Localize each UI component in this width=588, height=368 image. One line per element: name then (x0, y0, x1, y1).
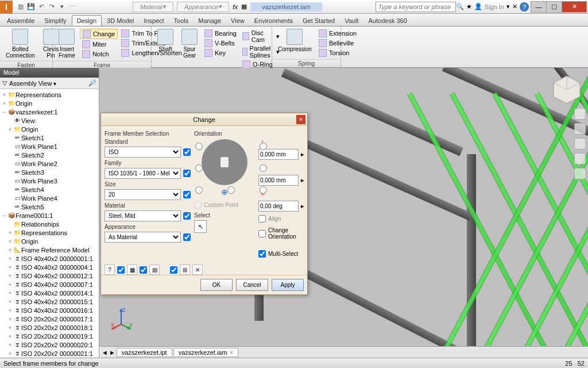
browser-header[interactable]: Model (0, 68, 99, 78)
miter-button[interactable]: Miter (80, 40, 118, 49)
spinner-icon[interactable]: ▸ (301, 202, 304, 210)
qat-plus-icon[interactable]: ▦ (241, 3, 247, 10)
insert-frame-button[interactable]: Insert Frame (55, 28, 79, 60)
ribbon-tab[interactable]: Assemble (2, 16, 39, 26)
tree-node[interactable]: +ꞮISO 20x20x2 00000018:1 (0, 323, 99, 332)
qat-more-icon[interactable]: ⋯ (68, 2, 77, 12)
help-button[interactable]: ? (105, 264, 115, 275)
home-icon[interactable] (574, 108, 586, 120)
select-pick-button[interactable]: ↖ (194, 220, 207, 233)
ribbon-tab[interactable]: Design (72, 15, 102, 26)
ribbon-tab[interactable]: Simplify (40, 16, 71, 26)
tree-node[interactable]: ▭Work Plane1 (0, 142, 99, 151)
tree-node[interactable]: ✏Sketch3 (0, 168, 99, 177)
notch-button[interactable]: Notch (80, 49, 118, 59)
tree-node[interactable]: +📁Origin (0, 99, 99, 108)
tree-node[interactable]: ✏Sketch4 (0, 185, 99, 194)
find-icon[interactable]: 🔎 (88, 79, 96, 87)
vbelts-button[interactable]: V-Belts (202, 39, 239, 48)
apply-button[interactable]: Apply (272, 279, 304, 291)
tree-node[interactable]: +ꞮISO 20x20x2 00000021:1 (0, 349, 99, 358)
qat-redo-icon[interactable]: ↷ (47, 2, 56, 12)
qat-fx-icon[interactable]: fx (233, 3, 238, 10)
close-tab-icon[interactable]: × (230, 349, 233, 356)
ori-radio[interactable] (195, 143, 203, 150)
tree-node[interactable]: ▭Work Plane2 (0, 159, 99, 168)
bolted-connection-button[interactable]: Bolted Connection (2, 28, 38, 60)
tree[interactable]: +📁Representations+📁Origin−📦vazszerkezet:… (0, 89, 99, 358)
ori-radio[interactable] (260, 164, 267, 172)
spinner-icon[interactable]: ▸ (301, 177, 304, 184)
ok-button[interactable]: OK (200, 279, 233, 291)
tree-node[interactable]: ✏Sketch1 (0, 133, 99, 142)
spur-gear-button[interactable]: Spur Gear (178, 28, 201, 60)
file-tab[interactable]: vazszerkezet.ipt (117, 348, 172, 357)
tree-node[interactable]: 👁View: (0, 116, 99, 125)
ribbon-tab[interactable]: Inspect (139, 16, 168, 26)
help-icon[interactable]: ? (520, 2, 529, 12)
align-check[interactable] (258, 215, 266, 223)
tab-nav-left-icon[interactable]: ◄ (102, 349, 108, 356)
appearance-select[interactable]: As Material (105, 232, 181, 243)
cancel-button[interactable]: Cancel (236, 279, 268, 291)
spinner-icon[interactable]: ▸ (301, 151, 304, 158)
star-icon[interactable]: ★ (466, 3, 472, 10)
ribbon-tab[interactable]: Environments (250, 16, 297, 26)
compression-button[interactable]: Compression (274, 28, 315, 53)
minimize-button[interactable]: — (531, 1, 547, 13)
tree-node[interactable]: +ꞮISO 20x20x2 00000020:1 (0, 340, 99, 349)
signin-link[interactable]: Sign In (485, 3, 504, 10)
tree-node[interactable]: 📁Relationships (0, 220, 99, 228)
tree-node[interactable]: +ꞮISO 40x40x2 00000007:1 (0, 280, 99, 289)
tree-node[interactable]: +ꞮISO 40x40x2 00000014:1 (0, 289, 99, 297)
qat-open-icon[interactable]: ▥ (16, 2, 25, 12)
tree-node[interactable]: +ꞮISO 40x40x2 00000004:1 (0, 263, 99, 271)
ori-radio[interactable] (195, 186, 203, 194)
tree-node[interactable]: +📁Representations (0, 90, 99, 99)
tree-node[interactable]: +📁Representations (0, 228, 99, 237)
tree-node[interactable]: +ꞮISO 40x40x2 00000015:1 (0, 297, 99, 306)
pan-icon[interactable] (574, 138, 586, 150)
exchange-icon[interactable]: ✕ (512, 3, 517, 10)
ori-radio[interactable] (260, 186, 267, 194)
zoom-icon[interactable] (574, 153, 586, 164)
app-logo[interactable]: I (0, 1, 13, 13)
ribbon-tab[interactable]: Get Started (298, 16, 339, 26)
ribbon-tab[interactable]: Autodesk 360 (364, 16, 412, 26)
tree-node[interactable]: +📐Frame Reference Model (0, 246, 99, 254)
ribbon-tab[interactable]: View (226, 16, 249, 26)
material-check[interactable] (183, 212, 191, 220)
opt-check[interactable] (140, 266, 147, 274)
qat-select-icon[interactable]: ▾ (57, 2, 67, 12)
opt-check[interactable] (117, 266, 125, 274)
dropdown-icon[interactable]: ▾ (506, 3, 510, 10)
ribbon-tab[interactable]: Manage (194, 16, 226, 26)
angle-input[interactable] (258, 201, 299, 212)
orbit-icon[interactable] (574, 123, 586, 135)
search-input[interactable] (376, 2, 456, 12)
bearing-button[interactable]: Bearing (202, 29, 239, 38)
appearance-dropdown[interactable]: Appearance ▾ (177, 2, 229, 12)
user-icon[interactable]: 👤 (474, 3, 482, 10)
tree-node[interactable]: +ꞮISO 40x40x2 00000016:1 (0, 306, 99, 315)
opt-button[interactable]: ✕ (192, 264, 203, 275)
tree-node[interactable]: +📁Origin (0, 237, 99, 246)
dialog-close-button[interactable]: ✕ (296, 115, 305, 124)
tree-node[interactable]: +ꞮISO 20x20x2 00000019:1 (0, 332, 99, 340)
tree-node[interactable]: +📁Origin (0, 125, 99, 133)
close-button[interactable]: ✕ (562, 1, 587, 13)
key-button[interactable]: Key (202, 48, 239, 57)
tree-node[interactable]: ▭Work Plane4 (0, 194, 99, 202)
torsion-button[interactable]: Torsion (316, 48, 359, 57)
belleville-button[interactable]: Belleville (316, 39, 359, 48)
tree-node[interactable]: −📦Frame0001:1 (0, 211, 99, 220)
material-select[interactable]: Steel, Mild (105, 210, 181, 221)
size-check[interactable] (183, 191, 191, 198)
tree-node[interactable]: −📦vazszerkezet:1 (0, 108, 99, 116)
material-dropdown[interactable]: Material ▾ (133, 2, 173, 12)
opt-button[interactable]: ⊞ (180, 264, 190, 275)
ori-radio[interactable] (260, 143, 267, 150)
qat-undo-icon[interactable]: ↶ (37, 2, 46, 12)
multi-select-check[interactable] (258, 250, 266, 258)
tab-nav-right-icon[interactable]: ► (109, 349, 115, 356)
